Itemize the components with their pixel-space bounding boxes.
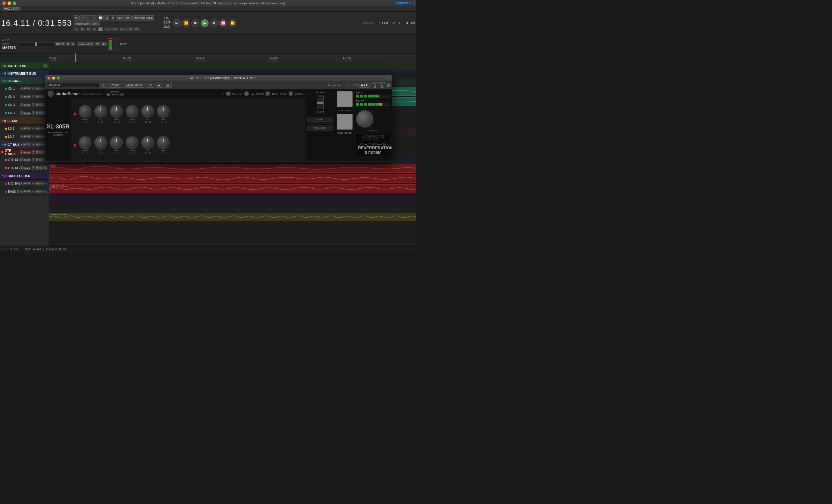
add-preset-btn[interactable]: + <box>100 83 107 88</box>
ld-1-m[interactable]: M <box>35 127 39 130</box>
gt-m[interactable]: M <box>35 143 39 146</box>
cn-2-m[interactable]: M <box>35 95 39 98</box>
xl305-slider[interactable] <box>317 95 324 109</box>
cn-4-p[interactable]: P <box>32 111 35 114</box>
pause-button[interactable]: ⏸ <box>210 19 218 27</box>
ld-2-p[interactable]: P <box>32 135 35 138</box>
gdi2-fx[interactable]: FX <box>43 166 48 169</box>
quant-1-8-active[interactable]: 1/8 <box>98 27 103 31</box>
bpm-value[interactable]: 120 <box>163 20 170 24</box>
plugin-minimize-button[interactable] <box>52 77 55 80</box>
master-fader[interactable] <box>19 42 53 46</box>
bassdi-fx[interactable]: FX <box>43 190 48 193</box>
gt-v[interactable]: V <box>20 143 23 146</box>
cn-1-route[interactable]: ROUTE <box>23 87 31 90</box>
toolbar-btn-5[interactable]: ⬜ <box>98 15 104 21</box>
toolbar-btn-4[interactable]: ⬛ <box>91 15 97 21</box>
quant-1-32[interactable]: 1/32 <box>126 27 133 31</box>
gtr-route[interactable]: ROUTE <box>23 151 31 154</box>
gtr-s[interactable]: S <box>40 151 43 154</box>
go-start-button[interactable]: ⏮ <box>173 19 181 27</box>
cn-2-p[interactable]: P <box>32 95 35 98</box>
prev-preset-btn[interactable]: ◀ <box>155 83 163 88</box>
ld-2-route[interactable]: ROUTE <box>23 135 31 138</box>
master-s-btn[interactable]: S <box>90 42 94 46</box>
project-tab[interactable]: *MIX 2.RPP <box>2 7 21 11</box>
close-button[interactable] <box>2 1 6 5</box>
toolbar-btn-7[interactable]: ≡ <box>111 15 115 21</box>
input-knob-1[interactable] <box>79 105 92 118</box>
ld-1-p[interactable]: P <box>32 127 35 130</box>
instrument-bus-header[interactable]: ▼ INSTRUMENT BUS <box>0 70 49 77</box>
gdi2-route[interactable]: ROUTE <box>23 167 31 169</box>
gdi2-m[interactable]: M <box>35 166 39 169</box>
ld-1-route[interactable]: ROUTE <box>23 127 31 130</box>
gdi1-m[interactable]: M <box>35 158 39 161</box>
gt-bus-header[interactable]: ▼ GT BUS V ROUTE P M S FX <box>0 141 49 149</box>
mbass-v[interactable]: V <box>20 182 23 185</box>
in-knob[interactable] <box>226 91 231 96</box>
cn-4-s[interactable]: S <box>40 111 43 114</box>
leads-folder-header[interactable]: ▼ LEADS <box>0 117 49 125</box>
quant-1-12[interactable]: 1/12 <box>104 27 111 31</box>
bassdi-p[interactable]: P <box>32 190 35 193</box>
cn-1-p[interactable]: P <box>32 87 35 90</box>
cn-3-m[interactable]: M <box>35 103 39 106</box>
plugin-settings-btn[interactable]: ⚙ <box>386 82 390 88</box>
presets-prev-btn[interactable]: ◀ <box>106 93 110 96</box>
gtr-track-header[interactable]: GTR TRACK V ROUTE P M S FX <box>0 149 49 156</box>
mix-knob-1[interactable] <box>94 105 107 118</box>
toolbar-btn-6[interactable]: 🔒 <box>104 15 110 21</box>
quant-1-8[interactable]: 1/8 <box>92 27 97 31</box>
gtr-p[interactable]: P <box>32 151 35 154</box>
ld-1-v[interactable]: V <box>20 127 23 130</box>
zero-btn[interactable]: Zero <box>91 21 100 26</box>
quant-1-2[interactable]: 1/2 <box>80 27 85 31</box>
6khz-knob-2[interactable] <box>157 136 170 149</box>
master-route-btn[interactable]: ROUTE <box>55 42 66 46</box>
bassdi-v[interactable]: V <box>20 190 23 193</box>
gdi1-p[interactable]: P <box>32 158 35 161</box>
monitor-fx-button[interactable]: MONITOR FX <box>395 1 414 5</box>
mbass-p[interactable]: P <box>32 182 35 185</box>
mono-drive-box[interactable] <box>337 91 353 107</box>
gdi2-v[interactable]: V <box>20 166 23 169</box>
ld-2-s[interactable]: S <box>40 135 43 138</box>
unlinked-btn[interactable]: UNLINKED <box>307 126 333 131</box>
loop-button[interactable]: 🔄 <box>219 19 227 27</box>
cn-2-s[interactable]: S <box>40 95 43 98</box>
master-m-btn[interactable]: M <box>85 42 90 46</box>
quant-1-16[interactable]: 1/16 <box>111 27 119 31</box>
master-p-btn[interactable]: P <box>66 42 70 46</box>
preset-select[interactable]: No preset <box>47 83 99 87</box>
input-knob-2[interactable] <box>79 136 92 149</box>
master-mono-btn[interactable]: mono <box>77 42 85 46</box>
power-knob[interactable] <box>356 110 373 128</box>
gdi1-s[interactable]: S <box>40 158 43 161</box>
mbass-fx[interactable]: FX <box>43 182 48 185</box>
mono-return-box[interactable] <box>337 114 353 130</box>
plugin-close-button[interactable] <box>48 77 50 80</box>
param-btn[interactable]: Param <box>108 83 122 88</box>
cn-1-m[interactable]: M <box>35 87 39 90</box>
quant-1-24[interactable]: 1/24 <box>119 27 126 31</box>
quant-1-1[interactable]: 1/1 <box>74 27 79 31</box>
ui-btn[interactable]: UI <box>146 83 154 88</box>
routing-btn[interactable]: 2/6 in 2/6 out <box>123 83 145 88</box>
mix-knob-2[interactable] <box>94 136 107 149</box>
cn-4-route[interactable]: ROUTE <box>23 112 31 114</box>
master-bus-fx[interactable]: FX <box>43 64 48 68</box>
bassdi-s[interactable]: S <box>40 190 43 193</box>
poly-knob[interactable] <box>289 91 293 96</box>
master-w-btn[interactable]: W <box>71 42 75 46</box>
bassdi-m[interactable]: M <box>35 190 39 193</box>
cn-4-v-btn[interactable]: V <box>20 111 23 114</box>
presets-next-btn[interactable]: ▶ <box>120 93 124 96</box>
gdi1-route[interactable]: ROUTE <box>23 159 31 161</box>
6khz-knob-1[interactable] <box>157 105 170 118</box>
master-bus-header[interactable]: ▼ MASTER BUS FX <box>0 62 49 70</box>
cleans-folder-header[interactable]: ▼ CLEANS <box>0 77 49 85</box>
150hz-knob-2[interactable] <box>110 136 123 149</box>
gdi2-s[interactable]: S <box>40 166 43 169</box>
gt-p[interactable]: P <box>32 143 35 146</box>
